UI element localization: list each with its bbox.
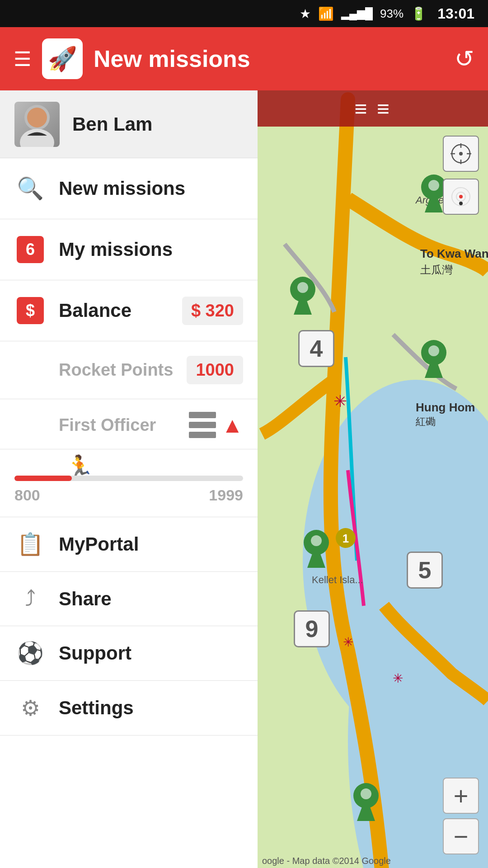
map-crosshair-button[interactable] [443,136,479,172]
svg-text:✳: ✳ [333,392,347,410]
my-missions-label: My missions [59,239,243,260]
sidebar-item-first-officer[interactable]: First Officer ▲ [0,399,258,449]
share-label: Share [59,588,112,610]
search-icon: 🔍 [17,176,44,201]
sidebar-item-share[interactable]: ⤴ Share [0,572,258,626]
svg-point-22 [297,282,308,293]
refresh-icon[interactable]: ↺ [455,45,474,72]
app-logo: 🚀 [42,38,83,79]
sidebar-item-support[interactable]: ⚽ Support [0,626,258,681]
first-officer-label: First Officer [59,415,189,435]
settings-label: Settings [59,697,134,719]
header-title: New missions [94,45,455,72]
sidebar-item-settings[interactable]: ⚙ Settings [0,681,258,736]
search-icon-wrap: 🔍 [14,173,46,204]
app-header: ☰ 🚀 New missions ↺ [0,27,488,90]
battery-icon: 🔋 [411,6,427,21]
map-bubble-4: 4 [298,330,334,367]
balance-value: $ 320 [182,297,243,325]
progress-bar-background [14,476,243,481]
avatar-image [14,102,60,147]
sidebar-item-balance[interactable]: $ Balance $ 320 [0,280,258,341]
sidebar-item-my-portal[interactable]: 📋 MyPortal [0,517,258,572]
my-missions-badge-wrap: 6 [14,234,46,265]
my-missions-badge: 6 [17,236,44,263]
map-toolbar: ≡ ≡ [258,90,488,127]
svg-point-28 [311,535,322,546]
progress-bar-wrap: 🏃 [14,458,243,481]
progress-min-label: 800 [14,486,40,504]
status-time: 13:01 [437,5,474,22]
progress-max-label: 1999 [209,486,243,504]
bluetooth-icon: ★ [300,6,311,21]
svg-text:土瓜灣: 土瓜灣 [420,264,453,276]
svg-text:✳: ✳ [343,635,353,649]
svg-point-33 [459,152,463,156]
avatar [14,102,60,147]
map-bubble-9: 9 [294,610,330,647]
rank-bars [189,412,216,438]
dollar-icon: $ [17,297,44,324]
bubble-5-label: 5 [418,557,432,584]
battery-percent: 93% [380,7,404,21]
rank-arrow-icon: ▲ [221,413,243,438]
rocket-points-value: 1000 [187,356,243,384]
map-area[interactable]: ≡ ≡ ✳ ✳ ✳ [258,90,488,868]
svg-point-25 [428,345,439,356]
my-portal-label: MyPortal [59,533,139,555]
support-icon: ⚽ [14,641,46,666]
user-profile: Ben Lam [0,90,258,158]
map-radar-button[interactable] [443,179,479,215]
balance-icon-wrap: $ [14,295,46,326]
portal-icon: 📋 [14,532,46,557]
sidebar: Ben Lam 🔍 New missions 6 My missions $ B… [0,90,258,868]
map-bubble-5: 5 [407,552,443,589]
map-zoom-in-button[interactable]: + [443,778,479,814]
progress-bar-fill [14,476,72,481]
progress-labels: 800 1999 [14,486,243,504]
svg-point-19 [428,180,439,191]
sidebar-item-rocket-points[interactable]: Rocket Points 1000 [0,341,258,399]
bubble-4-label: 4 [310,335,323,362]
svg-point-40 [459,195,463,198]
first-officer-row: First Officer ▲ [14,412,243,438]
rank-bar-1 [189,412,216,418]
svg-text:Kellet Isla...: Kellet Isla... [312,574,363,585]
svg-text:✳: ✳ [393,671,403,685]
progress-section: 🏃 800 1999 [0,449,258,517]
sidebar-item-my-missions[interactable]: 6 My missions [0,219,258,280]
wifi-icon: 📶 [318,6,334,21]
zoom-in-icon: + [454,781,469,811]
rank-bar-3 [189,432,216,438]
status-icons: ★ 📶 ▂▄▆█ 93% 🔋 13:01 [300,5,474,22]
bubble-9-label: 9 [305,615,319,642]
svg-point-31 [361,788,371,799]
svg-point-2 [27,108,47,127]
svg-point-41 [459,202,463,205]
support-label: Support [59,642,131,664]
signal-icon: ▂▄▆█ [341,7,373,20]
svg-text:To Kwa Wan: To Kwa Wan [420,247,488,260]
rank-icon: ▲ [189,412,243,438]
main-content: Ben Lam 🔍 New missions 6 My missions $ B… [0,90,488,868]
new-missions-label: New missions [59,178,243,199]
rocket-points-label: Rocket Points [59,360,187,380]
rocket-logo-icon: 🚀 [48,45,77,73]
settings-icon: ⚙ [14,695,46,721]
sidebar-item-new-missions[interactable]: 🔍 New missions [0,158,258,219]
map-copyright: oogle - Map data ©2014 Google [262,856,391,866]
svg-text:Hung Hom: Hung Hom [416,401,475,414]
zoom-out-icon: − [454,822,469,851]
status-bar: ★ 📶 ▂▄▆█ 93% 🔋 13:01 [0,0,488,27]
rank-bar-2 [189,422,216,428]
svg-point-1 [20,129,54,147]
svg-text:紅磡: 紅磡 [416,416,436,427]
share-icon: ⤴ [14,586,46,611]
user-name: Ben Lam [72,113,152,135]
map-zoom-out-button[interactable]: − [443,818,479,854]
hamburger-menu-icon[interactable]: ☰ [14,47,31,71]
map-list-icon[interactable]: ≡ ≡ [354,96,391,121]
svg-text:1: 1 [343,532,349,545]
balance-label: Balance [59,300,182,321]
